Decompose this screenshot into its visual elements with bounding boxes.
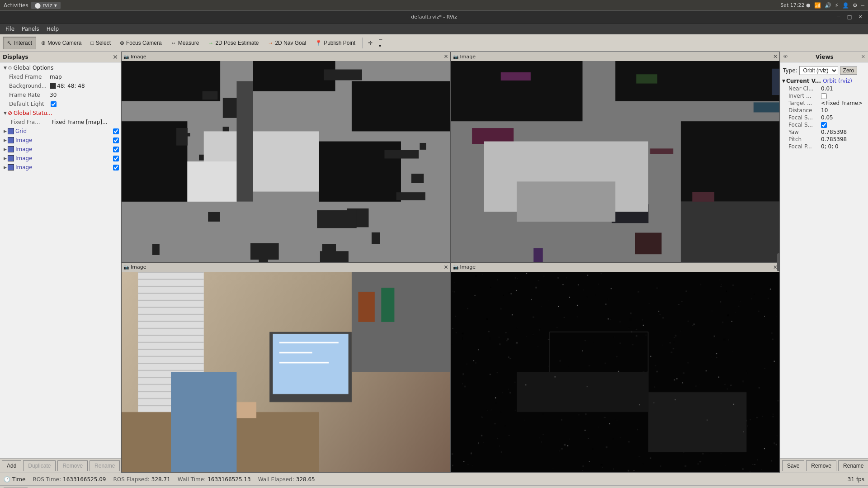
menu-file[interactable]: File (2, 25, 18, 33)
add-icon-btn[interactable]: ✛ (365, 37, 375, 49)
background-row: Background... 48; 48; 48 (0, 81, 121, 90)
default-light-label: Default Light (9, 101, 50, 107)
time-label: Time (12, 476, 25, 483)
yaw-label: Yaw (788, 129, 821, 135)
image-content-bl (122, 272, 450, 473)
nav-goal-button[interactable]: → 2D Nav Goal (264, 37, 310, 49)
yaw-value[interactable]: 0.785398 (821, 129, 847, 135)
title-bar-center: default.rviz* - RViz (411, 14, 457, 20)
image4-checkbox[interactable] (113, 165, 119, 171)
image4-label: Image (15, 164, 113, 171)
wall-elapsed-label: Wall Elapsed: (258, 476, 294, 483)
fixed-frame-value[interactable]: map (50, 74, 62, 80)
maximize-btn[interactable]: □ (845, 13, 854, 21)
focus-camera-button[interactable]: ⊛ Focus Camera (116, 37, 166, 49)
image3-checkbox[interactable] (113, 156, 119, 161)
focal-s2-checkbox[interactable] (821, 122, 827, 128)
image-item-4[interactable]: ▶ Image (0, 163, 121, 172)
pose-estimate-button[interactable]: → 2D Pose Estimate (204, 37, 263, 49)
select-button[interactable]: □ Select (86, 37, 115, 49)
views-type-select[interactable]: Orbit (rviz) (799, 66, 838, 75)
background-color-swatch[interactable] (50, 83, 56, 89)
image-label-tl: Image (131, 54, 146, 60)
image-panel-bottom-right: 📷 Image ✕ (451, 262, 780, 473)
global-status-item[interactable]: ▼ ⊘ Global Statu... (0, 109, 121, 118)
right-panel-content: Type: Orbit (rviz) Zero ▼ Current V... O… (780, 62, 868, 458)
near-cl-value[interactable]: 0.01 (821, 85, 833, 92)
image1-arrow[interactable]: ▶ (4, 138, 7, 142)
global-status-icon: ⊘ (8, 110, 12, 116)
minus-btn[interactable]: ─ (376, 37, 385, 43)
image-close-tl[interactable]: ✕ (443, 53, 448, 60)
title-bar-controls: ─ □ ✕ (835, 13, 864, 21)
rename-display-btn[interactable]: Rename (90, 460, 120, 471)
target-value[interactable]: <Fixed Frame> (821, 100, 863, 106)
focal-p-value[interactable]: 0; 0; 0 (821, 143, 839, 150)
menu-help[interactable]: Help (43, 25, 62, 33)
office-canvas (122, 272, 450, 473)
global-status-label: Global Statu... (14, 110, 119, 116)
activity-bar: Activities ⬤ rviz ▾ Sat 17:22 ● 📶 🔊 ⚡ 👤 … (0, 0, 868, 11)
focus-camera-label: Focus Camera (126, 40, 162, 46)
image4-arrow[interactable]: ▶ (4, 165, 7, 170)
image-close-bl[interactable]: ✕ (443, 264, 448, 270)
viewport-resize-right[interactable] (777, 253, 780, 271)
image-item-2[interactable]: ▶ Image (0, 145, 121, 154)
depth-canvas-tr (451, 61, 780, 262)
menu-panels[interactable]: Panels (18, 25, 43, 33)
interact-button[interactable]: ↖ Interact (3, 37, 36, 49)
grid-checkbox[interactable] (113, 128, 119, 134)
save-view-btn[interactable]: Save (782, 460, 804, 471)
rename-view-btn[interactable]: Rename (838, 460, 868, 471)
minimize-btn[interactable]: ─ (835, 13, 843, 21)
image-title-br: 📷 Image (453, 264, 476, 270)
publish-point-button[interactable]: 📍 Publish Point (311, 37, 359, 49)
focal-s1-value[interactable]: 0.05 (821, 114, 833, 121)
grid-arrow[interactable]: ▶ (4, 129, 7, 133)
image-item-1[interactable]: ▶ Image (0, 136, 121, 145)
grid-item[interactable]: ▶ Grid (0, 127, 121, 136)
views-prop-distance: Distance 10 (782, 107, 866, 114)
volume-icon: 🔊 (825, 2, 831, 9)
duplicate-display-btn[interactable]: Duplicate (23, 460, 56, 471)
select-label: Select (96, 40, 111, 46)
arrow-down-btn[interactable]: ▾ (376, 43, 385, 49)
remove-display-btn[interactable]: Remove (57, 460, 88, 471)
pose-estimate-label: 2D Pose Estimate (215, 40, 259, 46)
close-btn[interactable]: ✕ (856, 13, 864, 21)
current-view-row[interactable]: ▼ Current V... Orbit (rviz) (782, 77, 866, 85)
time-display: Sat 17:22 ● (780, 2, 810, 8)
views-zero-btn[interactable]: Zero (840, 66, 858, 75)
image2-arrow[interactable]: ▶ (4, 147, 7, 152)
image-close-tr[interactable]: ✕ (773, 53, 778, 60)
distance-label: Distance (788, 107, 821, 114)
global-options-label: Global Options (14, 65, 119, 71)
views-prop-focal-p: Focal P... 0; 0; 0 (782, 143, 866, 150)
image3-arrow[interactable]: ▶ (4, 156, 7, 161)
default-light-checkbox[interactable] (51, 101, 57, 107)
remove-view-btn[interactable]: Remove (806, 460, 836, 471)
global-options-arrow[interactable]: ▼ (4, 66, 7, 70)
pitch-value[interactable]: 0.785398 (821, 136, 847, 142)
focal-p-label: Focal P... (788, 143, 821, 150)
global-options-item[interactable]: ▼ ⚙ Global Options (0, 63, 121, 72)
global-status-arrow[interactable]: ▼ (4, 111, 7, 115)
left-panel-close-btn[interactable]: ✕ (113, 53, 118, 61)
frame-rate-value[interactable]: 30 (50, 92, 57, 98)
ros-elapsed-value: 328.71 (151, 476, 170, 483)
right-panel: 👁 Views ✕ Type: Orbit (rviz) Zero ▼ Curr… (780, 52, 868, 473)
measure-button[interactable]: ↔ Measure (167, 37, 203, 49)
right-panel-expand[interactable]: ✕ (861, 54, 865, 60)
minimize-icon[interactable]: ─ (861, 2, 864, 9)
add-display-btn[interactable]: Add (2, 460, 21, 471)
move-camera-button[interactable]: ⊕ Move Camera (37, 37, 85, 49)
activities-label: Activities (4, 2, 28, 9)
image1-checkbox[interactable] (113, 137, 119, 143)
distance-value[interactable]: 10 (821, 107, 828, 114)
invert-checkbox[interactable] (821, 93, 827, 99)
image2-checkbox[interactable] (113, 147, 119, 152)
frame-rate-label: Frame Rate (9, 92, 50, 98)
app-button[interactable]: ⬤ rviz ▾ (31, 2, 61, 9)
image-panel-bottom-left: 📷 Image ✕ (121, 262, 451, 473)
image-item-3[interactable]: ▶ Image (0, 154, 121, 163)
